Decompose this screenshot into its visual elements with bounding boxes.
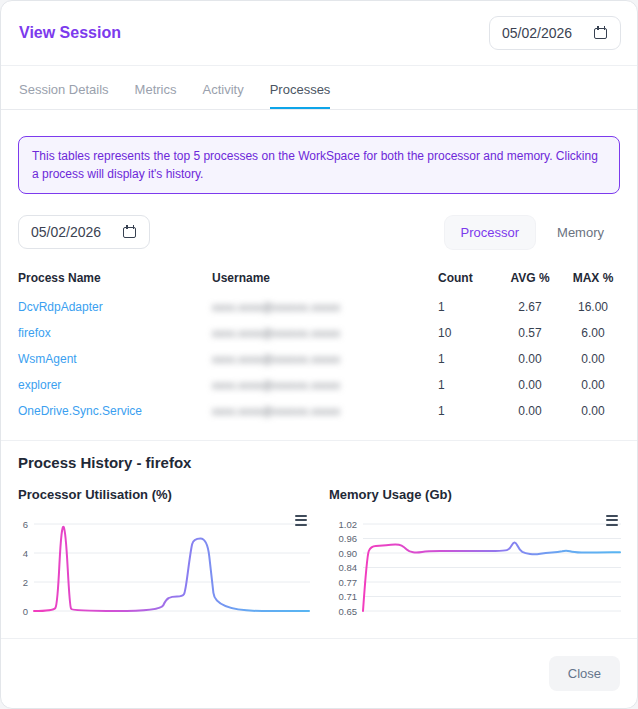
processor-toggle-button[interactable]: Processor (445, 216, 536, 249)
tab-activity[interactable]: Activity (203, 70, 244, 109)
view-session-modal: View Session 05/02/2026 Session DetailsM… (0, 0, 638, 709)
y-tick-label: 0.77 (339, 577, 358, 588)
column-header: Process Name (18, 271, 212, 285)
process-name-link[interactable]: OneDrive.Sync.Service (18, 404, 142, 418)
column-header: Username (212, 271, 438, 285)
tab-processes[interactable]: Processes (270, 70, 331, 109)
table-row: firefoxxxxx.xxxx@xxxxxx.xxxxx100.576.00 (18, 320, 620, 346)
column-header: AVG % (494, 271, 566, 285)
username-redacted: xxxx.xxxx@xxxxxx.xxxxx (212, 327, 340, 339)
line-chart: 6420 (18, 508, 311, 626)
metric-toggle-group: ProcessorMemory (445, 216, 620, 249)
tab-bar: Session DetailsMetricsActivityProcesses (1, 70, 637, 110)
y-tick-label: 4 (23, 548, 28, 559)
table-row: explorerxxxx.xxxx@xxxxxx.xxxxx10.000.00 (18, 372, 620, 398)
filter-date-input[interactable]: 05/02/2026 (18, 215, 150, 249)
header-date-input[interactable]: 05/02/2026 (489, 16, 621, 50)
column-header: Count (438, 271, 494, 285)
avg-value: 0.57 (494, 326, 566, 340)
avg-value: 0.00 (494, 404, 566, 418)
chart-card: Memory Usage (Gb)1.020.960.900.840.770.7… (329, 487, 622, 626)
process-name-link[interactable]: firefox (18, 326, 51, 340)
table-row: OneDrive.Sync.Servicexxxx.xxxx@xxxxxx.xx… (18, 398, 620, 424)
y-tick-label: 2 (23, 577, 28, 588)
y-tick-label: 6 (23, 519, 28, 530)
memory-toggle-button[interactable]: Memory (541, 216, 620, 249)
max-value: 0.00 (566, 352, 620, 366)
line-chart: 1.020.960.900.840.770.710.65 (329, 508, 622, 626)
info-notice: This tables represents the top 5 process… (18, 136, 620, 194)
max-value: 16.00 (566, 300, 620, 314)
y-tick-label: 0.65 (339, 606, 358, 617)
process-name-link[interactable]: explorer (18, 378, 61, 392)
max-value: 6.00 (566, 326, 620, 340)
charts-row: Processor Utilisation (%)6420Memory Usag… (18, 487, 620, 626)
y-tick-label: 0.96 (339, 533, 358, 544)
max-value: 0.00 (566, 404, 620, 418)
header-date-value: 05/02/2026 (502, 25, 572, 41)
table-header-row: Process NameUsernameCountAVG %MAX % (18, 268, 620, 294)
calendar-icon (123, 225, 137, 239)
chart-title: Processor Utilisation (%) (18, 487, 311, 502)
count-value: 1 (438, 300, 494, 314)
filter-date-value: 05/02/2026 (31, 224, 101, 240)
count-value: 1 (438, 378, 494, 392)
avg-value: 0.00 (494, 352, 566, 366)
controls-row: 05/02/2026 ProcessorMemory (18, 215, 620, 249)
calendar-icon (594, 26, 608, 40)
y-tick-label: 0.90 (339, 548, 358, 559)
column-header: MAX % (566, 271, 620, 285)
page-title: View Session (19, 24, 121, 42)
avg-value: 2.67 (494, 300, 566, 314)
hamburger-menu-icon[interactable] (293, 513, 309, 528)
modal-body: This tables represents the top 5 process… (1, 110, 637, 638)
username-redacted: xxxx.xxxx@xxxxxx.xxxxx (212, 301, 340, 313)
process-name-link[interactable]: DcvRdpAdapter (18, 300, 103, 314)
close-button[interactable]: Close (549, 656, 620, 691)
series-line (34, 527, 309, 611)
username-redacted: xxxx.xxxx@xxxxxx.xxxxx (212, 405, 340, 417)
max-value: 0.00 (566, 378, 620, 392)
process-history-title: Process History - firefox (18, 454, 620, 471)
table-row: DcvRdpAdapterxxxx.xxxx@xxxxxx.xxxxx12.67… (18, 294, 620, 320)
y-tick-label: 0.84 (339, 562, 358, 573)
avg-value: 0.00 (494, 378, 566, 392)
process-name-link[interactable]: WsmAgent (18, 352, 77, 366)
modal-header: View Session 05/02/2026 (1, 1, 637, 66)
count-value: 1 (438, 352, 494, 366)
y-tick-label: 0 (23, 606, 28, 617)
y-tick-label: 0.71 (339, 591, 358, 602)
chart-title: Memory Usage (Gb) (329, 487, 622, 502)
chart-card: Processor Utilisation (%)6420 (18, 487, 311, 626)
y-tick-label: 1.02 (339, 519, 358, 530)
tab-metrics[interactable]: Metrics (135, 70, 177, 109)
count-value: 1 (438, 404, 494, 418)
section-divider (1, 440, 637, 441)
modal-footer: Close (1, 638, 637, 708)
table-row: WsmAgentxxxx.xxxx@xxxxxx.xxxxx10.000.00 (18, 346, 620, 372)
count-value: 10 (438, 326, 494, 340)
hamburger-menu-icon[interactable] (604, 513, 620, 528)
username-redacted: xxxx.xxxx@xxxxxx.xxxxx (212, 379, 340, 391)
tab-session-details[interactable]: Session Details (19, 70, 109, 109)
username-redacted: xxxx.xxxx@xxxxxx.xxxxx (212, 353, 340, 365)
process-table: Process NameUsernameCountAVG %MAX %DcvRd… (18, 268, 620, 424)
